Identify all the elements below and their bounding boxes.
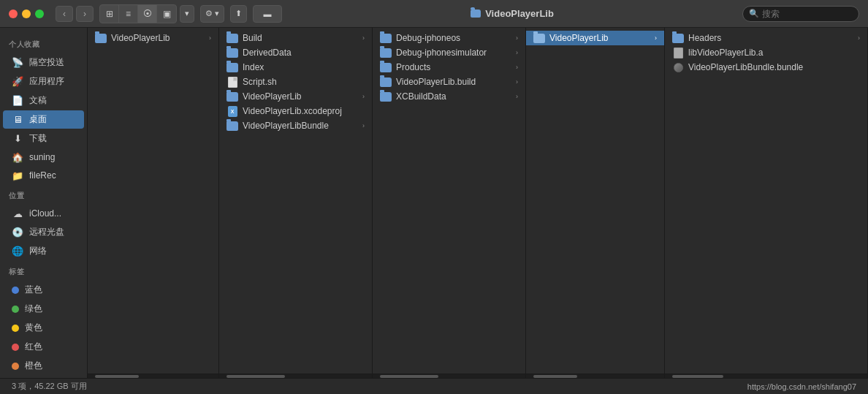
sidebar-item-blue[interactable]: 蓝色: [3, 281, 84, 299]
list-view-button[interactable]: ≡: [119, 5, 138, 23]
sidebar-item-icloud[interactable]: ☁ iCloud...: [3, 205, 84, 222]
column-4: VideoPlayerLib ›: [526, 28, 665, 378]
sidebar-item-green[interactable]: 绿色: [3, 300, 84, 318]
minimize-button[interactable]: [22, 10, 31, 18]
file-item-products[interactable]: Products ›: [373, 60, 525, 75]
scrollbar-thumb[interactable]: [533, 375, 577, 378]
file-name: VideoPlayerLibBundle.bundle: [688, 62, 860, 72]
preview-button[interactable]: ▬: [253, 5, 282, 23]
desktop-icon: 🖥: [12, 114, 23, 126]
sidebar: 个人收藏 📡 隔空投送 🚀 应用程序 📄 文稿 🖥 桌面 ⬇ 下载 🏠 suni…: [0, 28, 88, 378]
scrollbar-thumb[interactable]: [95, 375, 139, 378]
folder-icon: [226, 92, 238, 102]
file-name: Debug-iphoneos: [396, 33, 511, 43]
maximize-button[interactable]: [35, 10, 44, 18]
settings-button[interactable]: ⚙ ▾: [200, 5, 224, 23]
close-button[interactable]: [9, 10, 18, 18]
sidebar-item-suning[interactable]: 🏠 suning: [3, 148, 84, 166]
column-5-scrollbar[interactable]: [665, 374, 867, 378]
column-1: VideoPlayerLib ›: [88, 28, 219, 378]
back-button[interactable]: ‹: [56, 6, 73, 22]
sidebar-label-airdrop: 隔空投送: [29, 56, 64, 69]
sidebar-item-downloads[interactable]: ⬇ 下载: [3, 129, 84, 148]
red-dot-icon: [12, 344, 19, 351]
sidebar-item-red[interactable]: 红色: [3, 338, 84, 356]
sidebar-item-filerec[interactable]: 📁 fileRec: [3, 167, 84, 184]
downloads-icon: ⬇: [12, 133, 23, 145]
sidebar-section-locations: 位置: [0, 185, 87, 204]
file-item-build[interactable]: Build ›: [219, 31, 372, 45]
sidebar-label-icloud: iCloud...: [29, 208, 61, 219]
folder-icon: [380, 63, 392, 72]
file-item-videoplayerlib-selected[interactable]: VideoPlayerLib ›: [526, 31, 664, 45]
sidebar-label-applications: 应用程序: [29, 75, 64, 88]
expand-arrow-icon: ›: [516, 64, 518, 71]
file-name: Products: [396, 62, 511, 72]
scrollbar-thumb[interactable]: [226, 375, 285, 378]
file-item-videoplayer-root[interactable]: VideoPlayerLib ›: [88, 31, 218, 45]
airdrop-icon: 📡: [12, 57, 23, 69]
remotedisk-icon: 💿: [12, 227, 23, 238]
file-item-scriptsh[interactable]: Script.sh: [219, 75, 372, 89]
file-item-debug-simulator[interactable]: Debug-iphonesimulator ›: [373, 45, 525, 60]
scrollbar-thumb[interactable]: [672, 375, 723, 378]
coverflow-view-button[interactable]: ▣: [157, 5, 176, 23]
folder-icon: [380, 48, 392, 58]
suning-icon: 🏠: [12, 151, 23, 163]
column-4-scrollbar[interactable]: [526, 374, 664, 378]
grid-view-button[interactable]: ⊞: [100, 5, 119, 23]
folder-icon: [95, 34, 107, 43]
file-item-vplbundle2[interactable]: VideoPlayerLibBundle ›: [219, 118, 372, 133]
folder-icon: [226, 48, 238, 58]
column-view-button[interactable]: ⦿: [138, 5, 157, 23]
search-input[interactable]: [762, 9, 853, 19]
file-item-xcodeproj[interactable]: X VideoPlayerLib.xcodeproj: [219, 104, 372, 118]
status-left: 3 项，45.22 GB 可用: [12, 381, 87, 392]
sidebar-label-filerec: fileRec: [29, 170, 56, 181]
file-browser: VideoPlayerLib › Build › DerivedData: [88, 28, 868, 378]
file-item-vpl-build[interactable]: VideoPlayerLib.build ›: [373, 75, 525, 89]
search-box[interactable]: 🔍: [742, 6, 859, 22]
forward-button[interactable]: ›: [76, 6, 94, 22]
file-item-deriveddata[interactable]: DerivedData: [219, 45, 372, 60]
sidebar-section-tags: 标签: [0, 261, 87, 280]
column-3: Debug-iphoneos › Debug-iphonesimulator ›…: [373, 28, 526, 378]
sidebar-item-yellow[interactable]: 黄色: [3, 319, 84, 337]
folder-icon: [672, 34, 684, 43]
documents-icon: 📄: [12, 95, 23, 107]
sidebar-item-remotedisk[interactable]: 💿 远程光盘: [3, 223, 84, 241]
sidebar-label-green: 绿色: [25, 303, 42, 315]
file-item-videoplayerlib2[interactable]: VideoPlayerLib ›: [219, 89, 372, 104]
sidebar-item-documents[interactable]: 📄 文稿: [3, 91, 84, 110]
file-item-index[interactable]: Index: [219, 60, 372, 75]
column-1-scrollbar[interactable]: [88, 374, 218, 378]
expand-arrow-icon: ›: [362, 34, 365, 42]
file-name: VideoPlayerLibBundle: [243, 121, 358, 131]
sidebar-section-favorites: 个人收藏: [0, 34, 87, 53]
column-3-scrollbar[interactable]: [373, 374, 525, 378]
file-name: DerivedData: [243, 48, 365, 58]
sidebar-item-desktop[interactable]: 🖥 桌面: [3, 110, 84, 129]
column-2: Build › DerivedData Index Script.sh: [219, 28, 373, 378]
sidebar-label-documents: 文稿: [29, 94, 47, 107]
sidebar-item-orange[interactable]: 橙色: [3, 357, 84, 375]
sidebar-item-airdrop[interactable]: 📡 隔空投送: [3, 53, 84, 72]
file-item-debug-iphoneos[interactable]: Debug-iphoneos ›: [373, 31, 525, 45]
file-item-vplbundle[interactable]: VideoPlayerLibBundle.bundle: [665, 60, 867, 75]
file-item-headers[interactable]: Headers ›: [665, 31, 867, 45]
yellow-dot-icon: [12, 325, 19, 332]
file-item-libvideoplayer[interactable]: libVideoPlayerLib.a: [665, 45, 867, 60]
doc-icon: [226, 77, 238, 87]
scrollbar-thumb[interactable]: [380, 375, 438, 378]
xcode-icon: X: [226, 107, 238, 116]
file-name: Build: [243, 33, 358, 43]
file-name: libVideoPlayerLib.a: [688, 48, 860, 58]
file-name: XCBuildData: [396, 91, 511, 102]
view-options-button[interactable]: ▾: [180, 5, 194, 23]
file-item-xcbuilddata[interactable]: XCBuildData ›: [373, 89, 525, 104]
expand-arrow-icon: ›: [516, 78, 518, 86]
column-2-scrollbar[interactable]: [219, 374, 372, 378]
sidebar-item-applications[interactable]: 🚀 应用程序: [3, 72, 84, 91]
share-button[interactable]: ⬆: [230, 5, 247, 23]
sidebar-item-network[interactable]: 🌐 网络: [3, 242, 84, 260]
